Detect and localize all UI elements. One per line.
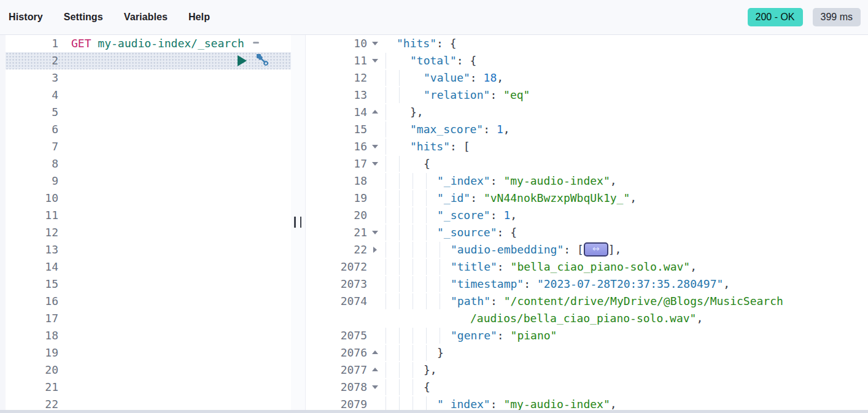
- line-number: 2077: [306, 361, 367, 379]
- request-line[interactable]: 4: [6, 87, 291, 104]
- request-line-content[interactable]: [58, 52, 291, 69]
- fold-open-icon[interactable]: [372, 231, 378, 234]
- response-wrapped-line: /audios/bella_ciao_piano-solo.wav",: [306, 310, 868, 327]
- request-line[interactable]: 18: [6, 327, 291, 344]
- fold-collapse-dash-icon[interactable]: [253, 42, 259, 44]
- request-line[interactable]: 19: [6, 344, 291, 361]
- code-token: 18: [484, 71, 497, 84]
- fold-collapsed-icon[interactable]: [373, 247, 377, 253]
- indent-guide: [426, 207, 427, 223]
- request-line[interactable]: 9: [6, 172, 291, 190]
- code-text: "relation": "eq": [424, 87, 530, 104]
- code-text: "title": "bella_ciao_piano-solo.wav",: [451, 258, 697, 276]
- request-line[interactable]: 16: [6, 293, 291, 310]
- response-viewer[interactable]: 10"hits": {11"total": {12"value": 18,13"…: [305, 35, 868, 413]
- menu-item-settings[interactable]: Settings: [64, 12, 103, 23]
- request-line-content[interactable]: [58, 69, 291, 87]
- request-line-content[interactable]: [58, 87, 291, 104]
- code-text: "hits": [: [410, 138, 470, 155]
- menu-item-history[interactable]: History: [9, 12, 43, 23]
- fold-close-icon[interactable]: [372, 110, 378, 114]
- request-line-content[interactable]: [58, 379, 291, 396]
- panel-resizer[interactable]: [291, 35, 305, 413]
- request-line[interactable]: 12: [6, 224, 291, 241]
- request-line-content[interactable]: [58, 224, 291, 241]
- request-line[interactable]: 15: [6, 276, 291, 293]
- line-number: 2074: [306, 293, 367, 310]
- indent-guide: [399, 190, 400, 206]
- code-token: : [: [564, 243, 584, 256]
- indent-guide: [386, 242, 386, 258]
- request-line[interactable]: 13: [6, 241, 291, 258]
- request-line[interactable]: 1GET my-audio-index/_search: [6, 35, 291, 52]
- response-line: 2076}: [306, 344, 868, 361]
- send-request-play-button[interactable]: [238, 55, 247, 66]
- request-line-content[interactable]: [58, 258, 291, 276]
- request-line[interactable]: 10: [6, 190, 291, 207]
- request-line[interactable]: 3: [6, 69, 291, 87]
- fold-close-icon[interactable]: [372, 350, 378, 354]
- request-line[interactable]: 5: [6, 104, 291, 121]
- line-number: 16: [306, 138, 367, 155]
- request-line-content[interactable]: [58, 276, 291, 293]
- code-token: },: [410, 106, 424, 118]
- request-line-content[interactable]: [58, 361, 291, 379]
- code-token: "relation": [424, 88, 490, 101]
- indent-guide: [386, 139, 386, 155]
- request-line[interactable]: 20: [6, 361, 291, 379]
- fold-open-icon[interactable]: [372, 385, 378, 389]
- code-token: ,: [503, 123, 510, 136]
- request-editor[interactable]: 1GET my-audio-index/_search2345678910111…: [0, 35, 291, 413]
- request-line-content[interactable]: [58, 138, 291, 155]
- fold-gutter: [367, 69, 383, 87]
- code-token: : {: [457, 54, 477, 67]
- request-line[interactable]: 11: [6, 207, 291, 224]
- request-line[interactable]: 17: [6, 310, 291, 327]
- request-line-content[interactable]: [58, 172, 291, 190]
- request-line[interactable]: 2: [6, 52, 291, 69]
- response-line: 15"max_score": 1,: [306, 121, 868, 138]
- request-options-wrench-button[interactable]: [257, 54, 270, 68]
- code-token: },: [424, 363, 437, 376]
- code-token: : [: [450, 140, 470, 153]
- line-number: 2073: [306, 276, 367, 293]
- fold-open-icon[interactable]: [372, 42, 378, 45]
- code-token: "bella_ciao_piano-solo.wav": [511, 260, 691, 273]
- request-line[interactable]: 21: [6, 379, 291, 396]
- request-line-content[interactable]: [58, 327, 291, 344]
- request-line-content[interactable]: [58, 207, 291, 224]
- bottom-scrollbar-track[interactable]: [0, 410, 868, 413]
- indent-guide: [426, 173, 427, 189]
- request-line-content[interactable]: [58, 155, 291, 172]
- request-line-content[interactable]: GET my-audio-index/_search: [58, 35, 291, 52]
- request-line-content[interactable]: [58, 293, 291, 310]
- collapsed-array-fold-widget[interactable]: ↔: [584, 242, 608, 257]
- request-line-content[interactable]: [58, 104, 291, 121]
- request-line-content[interactable]: [58, 190, 291, 207]
- fold-open-icon[interactable]: [372, 162, 378, 166]
- code-token: 1: [497, 123, 503, 136]
- code-token: "_id": [437, 191, 470, 204]
- request-line[interactable]: 8: [6, 155, 291, 172]
- resize-handle-icon[interactable]: [294, 217, 301, 228]
- request-line-content[interactable]: [58, 121, 291, 138]
- indent-guide: [413, 225, 413, 241]
- code-token: "max_score": [410, 123, 483, 136]
- indent-guide: [426, 190, 427, 206]
- request-line-content[interactable]: [58, 310, 291, 327]
- request-line[interactable]: 7: [6, 138, 291, 155]
- code-text: "_index": "my-audio-index",: [437, 172, 617, 190]
- line-number: 5: [6, 104, 58, 121]
- fold-open-icon[interactable]: [372, 145, 378, 149]
- response-line: 22"audio-embedding": [↔],: [306, 241, 868, 258]
- response-line-content: {: [383, 155, 868, 172]
- fold-open-icon[interactable]: [372, 59, 378, 63]
- line-number: 6: [6, 121, 58, 138]
- request-line[interactable]: 6: [6, 121, 291, 138]
- menu-item-help[interactable]: Help: [188, 12, 210, 23]
- menu-item-variables[interactable]: Variables: [124, 12, 168, 23]
- request-line-content[interactable]: [58, 241, 291, 258]
- fold-close-icon[interactable]: [372, 368, 378, 371]
- request-line[interactable]: 14: [6, 258, 291, 276]
- request-line-content[interactable]: [58, 344, 291, 361]
